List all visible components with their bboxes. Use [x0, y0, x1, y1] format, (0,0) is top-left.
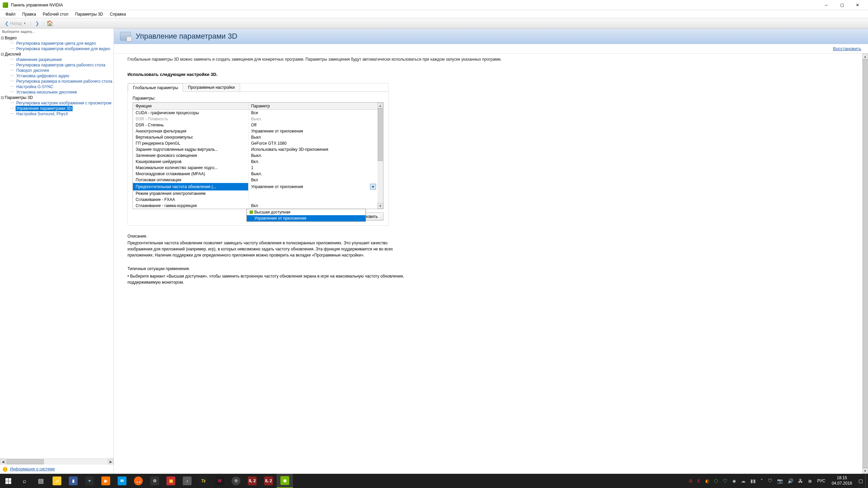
- tab-program[interactable]: Программные настройки: [183, 83, 240, 92]
- tray-icon[interactable]: ⊘: [686, 474, 695, 488]
- param-value[interactable]: Управление от приложения▾: [249, 183, 383, 190]
- taskbar-app-3[interactable]: ▶: [98, 474, 114, 488]
- restore-link[interactable]: Восстановить: [833, 46, 868, 51]
- content-vertical-scrollbar[interactable]: ▲ ▼: [862, 54, 868, 474]
- search-button[interactable]: ⌕: [16, 474, 33, 488]
- tree-item-video-color[interactable]: Регулировка параметров цвета для видео: [16, 41, 97, 46]
- param-row[interactable]: Сглаживание - гамма-коррекцияВкл: [133, 203, 383, 209]
- tab-global[interactable]: Глобальные параметры: [128, 83, 183, 92]
- maximize-button[interactable]: ▢: [834, 0, 850, 10]
- tray-icon[interactable]: 🛡: [721, 474, 730, 488]
- taskbar-app-5[interactable]: ⚙: [146, 474, 163, 488]
- tray-show-hidden[interactable]: ˄: [758, 474, 765, 488]
- col-param[interactable]: Параметр: [248, 103, 383, 110]
- tree-item-gsync[interactable]: Настройка G-SYNC: [16, 84, 54, 89]
- nav-home-button[interactable]: 🏠: [46, 20, 54, 27]
- tree-item-image-preview[interactable]: Регулировка настроек изображения с просм…: [16, 100, 112, 106]
- taskbar-app-6[interactable]: ▣: [163, 474, 179, 488]
- taskbar-app-2[interactable]: ✦: [81, 474, 98, 488]
- taskbar-firefox[interactable]: 🦊: [130, 474, 146, 488]
- tree-item-manage-3d[interactable]: Управление параметрами 3D: [16, 106, 73, 111]
- minimize-button[interactable]: ─: [818, 0, 834, 10]
- param-row[interactable]: Кэширование шейдеровВкл.: [133, 159, 383, 165]
- nav-forward-button[interactable]: ❯: [33, 20, 42, 27]
- scrollbar-thumb[interactable]: [6, 459, 44, 464]
- sidebar-horizontal-scrollbar[interactable]: ◀ ▶: [0, 459, 114, 464]
- tray-language[interactable]: РУС: [815, 474, 828, 488]
- menu-edit[interactable]: Правка: [19, 11, 40, 18]
- dropdown-arrow-icon[interactable]: ▾: [370, 184, 376, 190]
- param-row[interactable]: ГП рендеринга OpenGLGeForce GTX 1080: [133, 140, 383, 146]
- param-row[interactable]: Максимальное количество заранее подго...…: [133, 165, 383, 171]
- tray-icon[interactable]: ▮▮: [748, 474, 758, 488]
- taskbar-il2-2[interactable]: IL 2: [260, 474, 277, 488]
- tray-icon[interactable]: ◆: [730, 474, 738, 488]
- menu-desktop[interactable]: Рабочий стол: [39, 11, 72, 18]
- tray-network[interactable]: 🖧: [796, 474, 805, 488]
- tree-group-video[interactable]: ⊟ Видео: [0, 35, 114, 41]
- tree-group-display[interactable]: ⊟ Дисплей: [0, 52, 114, 57]
- col-function[interactable]: Функция: [133, 103, 248, 110]
- param-row[interactable]: Режим управления электропитанием: [133, 190, 383, 197]
- system-info-link[interactable]: Информация о системе: [10, 467, 55, 471]
- scrollbar-track[interactable]: [6, 459, 108, 465]
- menu-help[interactable]: Справка: [106, 11, 129, 18]
- param-row[interactable]: Затенение фонового освещенияВыкл.: [133, 152, 383, 159]
- tree-item-multi-display[interactable]: Установка нескольких дисплеев: [16, 89, 78, 95]
- params-vertical-scrollbar[interactable]: ▲ ▼: [377, 103, 383, 209]
- taskbar-explorer[interactable]: 📁: [49, 474, 65, 488]
- tray-icon[interactable]: K: [695, 474, 703, 488]
- tray-icon[interactable]: ◐: [703, 474, 712, 488]
- dropdown-option-app-controlled[interactable]: Управление от приложения: [247, 215, 366, 221]
- dropdown-option-highest[interactable]: Высшая доступная: [247, 209, 366, 215]
- param-row[interactable]: Заранее подготовленные кадры виртуаль...…: [133, 146, 383, 152]
- task-view-button[interactable]: ▤: [33, 474, 49, 488]
- scroll-right-icon[interactable]: ▶: [108, 459, 114, 465]
- param-row[interactable]: Сглаживание - FXAA: [133, 197, 383, 203]
- tray-icon[interactable]: ☁: [738, 474, 748, 488]
- param-row[interactable]: Вертикальный синхроимпульсВыкл: [133, 134, 383, 140]
- tree-item-surround-physx[interactable]: Настройка Surround, PhysX: [16, 111, 69, 117]
- taskbar-app-7[interactable]: ♪: [179, 474, 195, 488]
- param-row[interactable]: DSR - ПлавностьВыкл.: [133, 116, 383, 122]
- tray-clock[interactable]: 18:15 04.07.2018: [828, 475, 856, 486]
- scrollbar-thumb[interactable]: [863, 59, 868, 468]
- param-row[interactable]: CUDA - графические процессорыВсе: [133, 110, 383, 116]
- tray-volume[interactable]: 🔊: [785, 474, 796, 488]
- taskbar-app-1[interactable]: ▮: [65, 474, 81, 488]
- scroll-up-icon[interactable]: ▲: [377, 103, 383, 108]
- param-row[interactable]: Потоковая оптимизацияВкл: [133, 177, 383, 183]
- scroll-up-icon[interactable]: ▲: [862, 54, 868, 59]
- tree-item-rotate[interactable]: Поворот дисплея: [16, 68, 50, 73]
- param-row[interactable]: Предпочтительная частота обновления (...…: [133, 183, 383, 190]
- start-button[interactable]: [0, 474, 16, 488]
- refresh-rate-dropdown[interactable]: Высшая доступная Управление от приложени…: [246, 209, 366, 222]
- taskbar-app-8[interactable]: W: [212, 474, 228, 488]
- tree-item-digital-audio[interactable]: Установка цифрового аудио: [16, 73, 70, 79]
- taskbar-7zip[interactable]: 7z: [195, 474, 212, 488]
- scrollbar-thumb[interactable]: [378, 108, 383, 161]
- param-row[interactable]: Многокадровое сглаживание (MFAA)Выкл.: [133, 171, 383, 177]
- tray-icon[interactable]: 📷: [775, 474, 785, 488]
- menu-file[interactable]: Файл: [2, 11, 19, 18]
- tree-item-size-position[interactable]: Регулировка размера и положения рабочего…: [16, 79, 113, 84]
- tray-notifications[interactable]: ▢: [856, 474, 865, 488]
- tree-item-video-image[interactable]: Регулировка параметров изображения для в…: [16, 46, 111, 52]
- tray-icon[interactable]: ⛉: [765, 474, 775, 488]
- taskbar-il2-1[interactable]: IL 2: [244, 474, 260, 488]
- menu-3d[interactable]: Параметры 3D: [72, 11, 106, 18]
- taskbar-app-9[interactable]: ☢: [228, 474, 244, 488]
- show-desktop-button[interactable]: [865, 474, 868, 488]
- tree-item-resolution[interactable]: Изменение разрешения: [16, 57, 62, 62]
- scrollbar-track[interactable]: [862, 59, 868, 468]
- tree-item-desktop-color[interactable]: Регулировка параметров цвета рабочего ст…: [16, 62, 106, 68]
- nav-back-button[interactable]: ❮ Назад ▼: [2, 20, 29, 27]
- close-button[interactable]: ✕: [850, 0, 865, 10]
- tree-group-3d[interactable]: ⊟ Параметры 3D: [0, 95, 114, 100]
- scrollbar-track[interactable]: [377, 108, 383, 203]
- tray-power[interactable]: 🗈: [805, 474, 815, 488]
- scroll-down-icon[interactable]: ▼: [862, 468, 868, 474]
- taskbar-app-4[interactable]: ✉: [114, 474, 130, 488]
- scroll-down-icon[interactable]: ▼: [377, 203, 383, 209]
- taskbar-nvidia[interactable]: ◉: [277, 474, 293, 488]
